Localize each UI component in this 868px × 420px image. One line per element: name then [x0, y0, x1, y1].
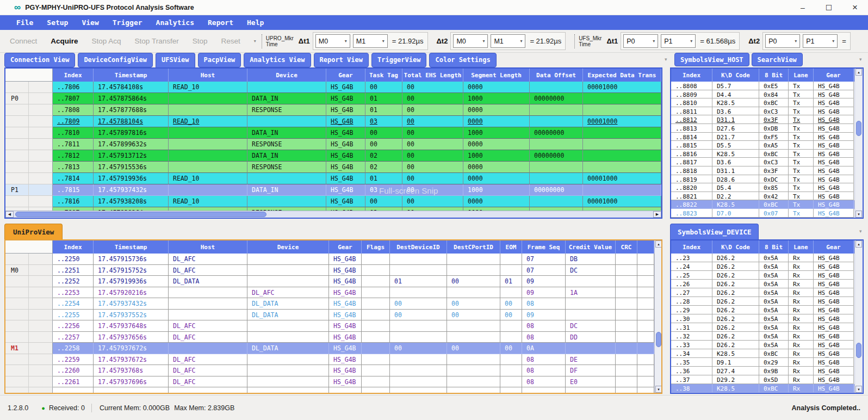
connect-button[interactable]: Connect	[10, 37, 37, 45]
column-header-8-bit[interactable]: 8 Bit	[759, 240, 789, 254]
column-header-index[interactable]: Index	[53, 69, 94, 82]
table-row[interactable]: ..8821D2.20x42TxHS_G4B	[671, 192, 854, 201]
column-header-k-d-code[interactable]: K\D Code	[712, 240, 759, 254]
table-row[interactable]: ..780917.45788104sREAD_10HS_G4B030000000…	[5, 116, 661, 127]
table-row[interactable]: P1..781517.457937432sDATA_INHS_G4B030010…	[5, 184, 661, 196]
column-header-host[interactable]: Host	[169, 69, 247, 82]
table-row[interactable]: M0..225117.457915752sDL_AFCHS_G4B07DC	[5, 265, 654, 276]
column-header-host[interactable]: Host	[169, 240, 247, 254]
scroll-right-icon[interactable]: ▶	[653, 211, 661, 218]
scroll-down-icon[interactable]: ▼	[655, 386, 662, 393]
table-row[interactable]: ..8823D7.00x07TxHS_G4B	[671, 209, 854, 218]
column-header-segment-length[interactable]: Segment Length	[463, 69, 530, 82]
column-header-lane[interactable]: Lane	[789, 69, 814, 82]
panel-pin-icon[interactable]: ▾	[859, 228, 862, 234]
table-row[interactable]: ..33D26.20x5ARxHS_G4B	[671, 341, 854, 349]
tab-symbolsview-device[interactable]: SymbolsView_DEVICE	[670, 224, 759, 240]
table-row[interactable]: ..780817.457877688sRESPONSEHS_G4B0100000…	[5, 104, 661, 116]
menu-item-report[interactable]: Report	[208, 18, 233, 27]
table-row[interactable]: ..225917.457937672sDL_AFCHS_G4B08DE	[5, 354, 654, 366]
table-row[interactable]: ..781017.457897816sDATA_INHS_G4B00001000…	[5, 127, 661, 139]
table-row[interactable]: ..8818D31.10x3FTxHS_G4B	[671, 166, 854, 175]
table-row[interactable]: ..225717.457937656sDL_AFCHS_G4B08DD	[5, 332, 654, 343]
column-header-credit-value[interactable]: Credit Value	[566, 240, 616, 254]
toolbar-overflow-icon[interactable]: ▾	[254, 39, 256, 44]
table-row[interactable]: ..25D26.20x5ARxHS_G4B	[671, 271, 854, 280]
column-header-index[interactable]: Index	[53, 240, 94, 254]
table-row[interactable]: ..8811D3.60xC3TxHS_G4B	[671, 107, 854, 116]
column-header-x[interactable]	[637, 240, 654, 254]
reset-button[interactable]: Reset	[221, 37, 240, 45]
vertical-scrollbar[interactable]: ▲ ▼	[854, 69, 863, 218]
close-button[interactable]: ×	[842, 0, 868, 15]
table-row[interactable]: ..781217.457913712sDATA_INHS_G4B02001000…	[5, 150, 661, 162]
marker-select[interactable]: M0▾	[315, 34, 350, 48]
menu-item-help[interactable]: Help	[247, 18, 264, 27]
table-row[interactable]: ..225417.457937432sDL_DATAHS_G4B00000008	[5, 298, 654, 310]
table-row[interactable]: ..781417.457919936sREAD_10HS_G4B01000000…	[5, 173, 661, 184]
table-row[interactable]: ..27D26.20x5ARxHS_G4B	[671, 288, 854, 297]
table-row[interactable]: ..8813D27.60xDBTxHS_G4B	[671, 124, 854, 133]
table-row[interactable]: ..38K28.50xBCRxHS_G4B	[671, 384, 854, 393]
scrollbar-thumb[interactable]	[856, 343, 861, 358]
menu-item-setup[interactable]: Setup	[47, 18, 68, 27]
table-row[interactable]	[5, 387, 654, 393]
table-row[interactable]: ..36D27.40x9BRxHS_G4B	[671, 367, 854, 375]
tab-triggerview[interactable]: TriggerView	[371, 53, 426, 67]
table-row[interactable]: ..225517.457937552sDL_DATAHS_G4B00000009	[5, 310, 654, 321]
scroll-up-icon[interactable]: ▲	[855, 69, 862, 76]
table-row[interactable]: ..225017.457915736sDL_AFCHS_G4B07DB	[5, 254, 654, 265]
table-row[interactable]: ..225617.457937648sDL_AFCHS_G4B08DC	[5, 320, 654, 332]
table-row[interactable]: ..23D26.20x5ARxHS_G4B	[671, 254, 854, 262]
column-header-gear[interactable]: Gear	[814, 240, 854, 254]
table-row[interactable]: ..8815D5.50xA5TxHS_G4B	[671, 141, 854, 150]
marker-select[interactable]: M1▾	[353, 34, 388, 48]
table-row[interactable]: ..225217.457919936sDL_DATAHS_G4B01000109	[5, 276, 654, 287]
tab-symbolsview-host[interactable]: SymbolsView_HOST	[674, 53, 749, 66]
tab-deviceconfigview[interactable]: DeviceConfigView	[78, 53, 153, 67]
stop-transfer-button[interactable]: Stop Transfer	[135, 37, 179, 45]
acquire-button[interactable]: Acquire	[51, 37, 78, 45]
table-row[interactable]: ..780617.45784108sREAD_10HS_G4B000000000…	[5, 82, 661, 93]
scroll-down-icon[interactable]: ▼	[855, 211, 862, 218]
table-row[interactable]: ..34K28.50xBCRxHS_G4B	[671, 349, 854, 358]
column-header-eom[interactable]: EOM	[500, 240, 522, 254]
tab-color-settings[interactable]: Color Settings	[429, 53, 496, 67]
column-header-gear[interactable]: Gear	[329, 240, 362, 254]
column-header-destdeviceid[interactable]: DestDeviceID	[390, 240, 447, 254]
column-header-gear[interactable]: Gear	[326, 69, 365, 82]
column-header-expected-data-trans[interactable]: Expected Data Trans	[583, 69, 661, 82]
horizontal-scrollbar[interactable]: ◀ ▶	[5, 211, 661, 218]
marker-select[interactable]: P1▾	[803, 34, 838, 48]
scroll-left-icon[interactable]: ◀	[5, 211, 14, 218]
minimize-button[interactable]: –	[790, 0, 816, 15]
scroll-up-icon[interactable]: ▲	[655, 240, 662, 248]
column-header-frame-seq[interactable]: Frame Seq	[522, 240, 566, 254]
column-header-device[interactable]: Device	[247, 240, 329, 254]
table-row[interactable]: ..226017.45793768sDL_AFCHS_G4B08DF	[5, 365, 654, 376]
table-row[interactable]: ..781317.457915536sRESPONSEHS_G4B0200000…	[5, 162, 661, 173]
tab-analytics-view[interactable]: Analytics View	[244, 53, 311, 67]
table-row[interactable]: M1..225817.457937672sDL_DATAHS_G4B000000…	[5, 343, 654, 354]
tab-searchview[interactable]: SearchView	[752, 53, 803, 66]
stop-button[interactable]: Stop	[193, 37, 208, 45]
scroll-down-icon[interactable]: ▼	[855, 386, 862, 393]
column-header-8-bit[interactable]: 8 Bit	[759, 69, 789, 82]
scrollbar-track[interactable]	[14, 211, 653, 218]
marker-select[interactable]: P0▾	[765, 34, 800, 48]
column-header-gear[interactable]: Gear	[814, 69, 854, 82]
marker-select[interactable]: P0▾	[623, 34, 658, 48]
tab-report-view[interactable]: Report View	[314, 53, 369, 67]
table-row[interactable]: ..30D26.20x5ARxHS_G4B	[671, 314, 854, 323]
column-header-flags[interactable]: Flags	[362, 240, 390, 254]
table-row[interactable]: ..26D26.20x5ARxHS_G4B	[671, 280, 854, 288]
table-row[interactable]: ..8814D21.70xF5TxHS_G4B	[671, 133, 854, 141]
table-row[interactable]: ..8808D5.70xE5TxHS_G4B	[671, 82, 854, 90]
marker-select[interactable]: P1▾	[661, 34, 696, 48]
table-row[interactable]: ..32D26.20x5ARxHS_G4B	[671, 332, 854, 341]
table-row[interactable]: ..8809D4.40x84TxHS_G4B	[671, 90, 854, 99]
column-header-total-ehs-length[interactable]: Total EHS Length	[402, 69, 463, 82]
scrollbar-thumb[interactable]	[656, 332, 661, 347]
tab-connection-view[interactable]: Connection View	[4, 53, 75, 67]
column-header-index[interactable]: Index	[671, 240, 712, 254]
